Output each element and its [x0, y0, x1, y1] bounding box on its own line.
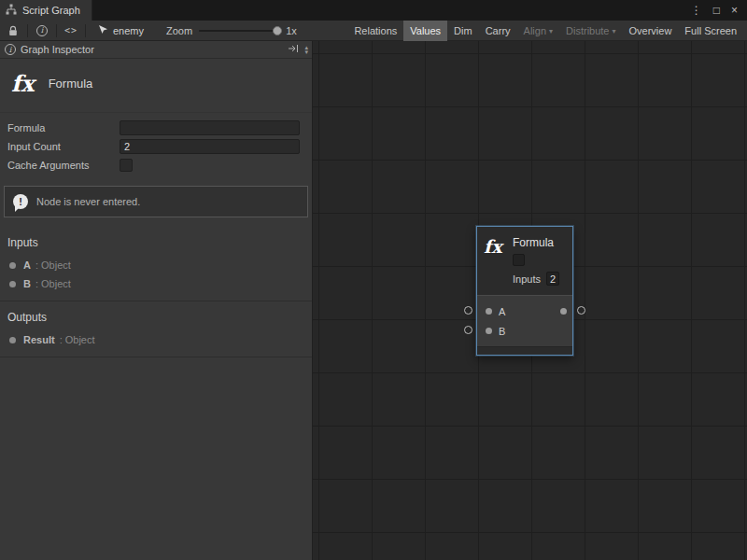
carry-button[interactable]: Carry	[479, 21, 517, 41]
graph-toolbar: i <> enemy Zoom 1x Relations Val	[0, 21, 747, 41]
inspector-header-title: Graph Inspector	[21, 44, 94, 55]
window-controls: ⋮ □ ×	[691, 0, 747, 21]
node-ports: A B	[477, 295, 572, 346]
input-count-label: Input Count	[7, 141, 120, 152]
inspector-fields: Formula Input Count Cache Arguments	[0, 113, 312, 175]
chevron-down-icon: ▾	[549, 27, 553, 35]
unity-graph-window: Script Graph ⋮ □ × i <>	[0, 0, 747, 560]
inspector-toggle-icon[interactable]: i	[33, 22, 51, 39]
distribute-dropdown[interactable]: Distribute ▾	[559, 21, 622, 41]
formula-input[interactable]	[120, 120, 300, 135]
node-inputs-label: Inputs	[513, 273, 541, 285]
tab-script-graph[interactable]: Script Graph	[0, 0, 92, 21]
graph-inspector-panel: i Graph Inspector ▴ ▾ fx Formula	[0, 41, 313, 560]
outputs-section-header: Outputs	[0, 307, 312, 330]
cache-arguments-label: Cache Arguments	[7, 160, 120, 171]
output-pin-row: Result : Object	[0, 330, 312, 349]
inputs-section: Inputs A : Object B : Object	[0, 227, 312, 301]
warning-icon: !	[13, 194, 28, 209]
overview-button[interactable]: Overview	[623, 21, 679, 41]
warning-text: Node is never entered.	[36, 196, 140, 207]
dock-panel-icon[interactable]	[288, 44, 300, 55]
tab-strip: Script Graph ⋮ □ ×	[0, 0, 747, 21]
external-port-b-icon[interactable]	[464, 326, 472, 334]
toolbar-separator	[56, 24, 57, 37]
graph-breadcrumb[interactable]: enemy	[98, 24, 144, 36]
unit-title: Formula	[49, 77, 93, 91]
output-port-result-icon[interactable]	[560, 308, 567, 315]
node-footer	[477, 346, 572, 355]
port-dot-icon	[9, 262, 16, 269]
zoom-slider[interactable]	[199, 30, 279, 32]
input-count-input[interactable]	[120, 139, 300, 154]
port-row-a: A	[477, 301, 572, 321]
tab-title: Script Graph	[22, 5, 80, 16]
formula-fx-icon: fx	[484, 236, 506, 286]
toolbar-separator	[85, 24, 86, 37]
node-title: Formula	[513, 236, 559, 249]
port-dot-icon	[9, 337, 16, 343]
input-pin-row: A : Object	[0, 256, 312, 274]
full-screen-button[interactable]: Full Screen	[678, 21, 743, 41]
graph-canvas[interactable]: fx Formula Inputs 2 A	[313, 41, 747, 560]
warning-banner: ! Node is never entered.	[4, 186, 308, 217]
toolbar-separator	[27, 24, 28, 37]
input-port-b-icon[interactable]	[486, 328, 492, 334]
external-port-a-icon[interactable]	[464, 306, 472, 315]
relations-button[interactable]: Relations	[347, 21, 403, 41]
formula-field-row: Formula	[7, 120, 300, 135]
dim-button[interactable]: Dim	[447, 21, 479, 41]
info-icon: i	[5, 44, 16, 55]
scroll-arrows[interactable]: ▴ ▾	[304, 45, 310, 54]
chevron-down-icon: ▾	[613, 27, 616, 35]
node-input-count-field[interactable]: 2	[546, 272, 559, 286]
values-button[interactable]: Values	[403, 21, 447, 41]
close-icon[interactable]: ×	[731, 4, 738, 17]
input-port-a-icon[interactable]	[486, 308, 492, 315]
formula-node[interactable]: fx Formula Inputs 2 A	[476, 226, 573, 356]
formula-node-header[interactable]: fx Formula Inputs 2	[477, 227, 572, 295]
tabstrip-spacer	[92, 0, 691, 21]
node-formula-input[interactable]	[513, 254, 525, 266]
node-inputs-row: Inputs 2	[513, 272, 559, 286]
zoom-value: 1x	[286, 25, 297, 36]
graph-asset-icon	[98, 24, 108, 36]
lock-icon[interactable]	[4, 22, 22, 39]
zoom-label: Zoom	[166, 25, 192, 36]
outputs-section: Outputs Result : Object	[0, 301, 312, 357]
input-count-field-row: Input Count	[7, 139, 300, 154]
formula-fx-icon: fx	[11, 70, 35, 97]
zoom-control: Zoom 1x	[166, 25, 297, 36]
window-menu-icon[interactable]: ⋮	[691, 4, 702, 17]
formula-field-label: Formula	[7, 122, 120, 133]
maximize-icon[interactable]: □	[713, 4, 720, 17]
align-dropdown[interactable]: Align ▾	[517, 21, 559, 41]
graph-name: enemy	[113, 25, 144, 36]
cache-arguments-field-row: Cache Arguments	[7, 158, 300, 173]
scroll-down-icon[interactable]: ▾	[304, 49, 308, 54]
inspector-header: i Graph Inspector ▴ ▾	[0, 41, 312, 59]
port-row-b: B	[477, 321, 572, 341]
window-content: i Graph Inspector ▴ ▾ fx Formula	[0, 41, 747, 560]
zoom-slider-handle[interactable]	[273, 26, 282, 35]
unit-title-block: fx Formula	[0, 59, 312, 113]
script-graph-icon	[6, 4, 17, 17]
inputs-section-header: Inputs	[0, 232, 312, 256]
cache-arguments-checkbox[interactable]	[120, 159, 133, 172]
input-pin-row: B : Object	[0, 274, 312, 293]
toolbar-buttons: Relations Values Dim Carry Align ▾ Distr…	[347, 21, 743, 40]
external-port-result-icon[interactable]	[577, 306, 585, 315]
port-dot-icon	[9, 281, 16, 287]
code-view-icon[interactable]: <>	[62, 22, 80, 39]
